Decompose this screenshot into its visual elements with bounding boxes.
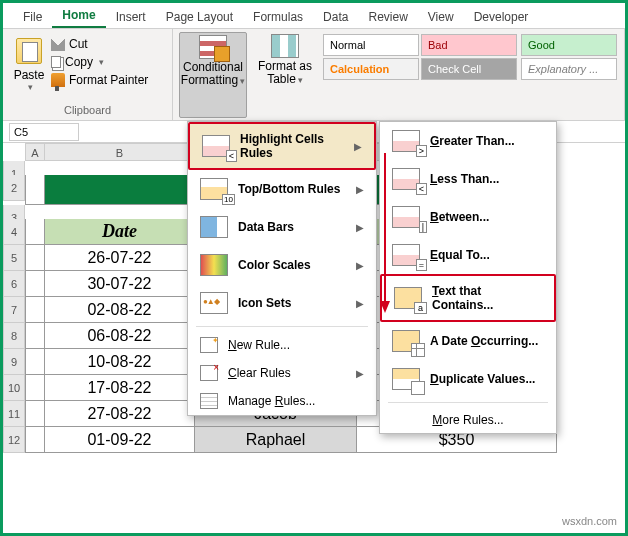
cell-A4[interactable] [25,219,45,245]
tab-home[interactable]: Home [52,4,105,28]
row-7[interactable]: 7 [3,297,25,323]
style-calculation[interactable]: Calculation [323,58,419,80]
tab-developer[interactable]: Developer [464,6,539,28]
cell-A2[interactable] [25,175,45,205]
name-box[interactable] [9,123,79,141]
submenu-more-rules[interactable]: More Rules... [380,407,556,433]
col-A[interactable]: A [25,143,45,161]
cell-B7[interactable]: 02-08-22 [45,297,195,323]
style-bad[interactable]: Bad [421,34,517,56]
header-date[interactable]: Date [45,219,195,245]
highlight-rules-icon [202,135,230,157]
submenu-between[interactable]: Between... [380,198,556,236]
menu-manage-rules[interactable]: Manage Rules... [188,387,376,415]
menu-data-bars[interactable]: Data Bars ▶ [188,208,376,246]
chevron-down-icon: ▾ [11,82,49,92]
row-10[interactable]: 10 [3,375,25,401]
menu-label: Color Scales [238,258,311,272]
cell-B9[interactable]: 10-08-22 [45,349,195,375]
conditional-formatting-button[interactable]: Conditional Formatting▾ [179,32,247,118]
paste-label: Paste [9,68,49,82]
cell-C12[interactable]: Raphael [195,427,357,453]
scissors-icon [51,37,65,51]
chevron-right-icon: ▶ [354,141,362,152]
chevron-right-icon: ▶ [356,222,364,233]
cf-label: Conditional Formatting [181,60,243,87]
format-painter-button[interactable]: Format Painter [49,72,150,88]
copy-label: Copy [65,55,93,69]
cell-B11[interactable]: 27-08-22 [45,401,195,427]
chevron-down-icon: ▾ [99,57,104,67]
cell-styles-gallery[interactable]: Normal Bad Calculation Check Cell [323,32,517,118]
style-good[interactable]: Good [521,34,617,56]
tab-review[interactable]: Review [358,6,417,28]
row-11[interactable]: 11 [3,401,25,427]
tab-page-layout[interactable]: Page Layout [156,6,243,28]
format-painter-label: Format Painter [69,73,148,87]
cell-A6[interactable] [25,271,45,297]
paste-icon [16,38,42,64]
row-9[interactable]: 9 [3,349,25,375]
greater-than-icon [392,130,420,152]
cell-A12[interactable] [25,427,45,453]
col-B[interactable]: B [45,143,195,161]
group-styles: Conditional Formatting▾ Format as Table▾… [173,29,625,120]
row-4[interactable]: 4 [3,219,25,245]
submenu-date-occurring[interactable]: A Date Occurring... [380,322,556,360]
copy-button[interactable]: Copy▾ [49,54,150,70]
chevron-right-icon: ▶ [356,184,364,195]
manage-rules-icon [200,393,218,409]
conditional-formatting-icon [199,35,227,59]
menu-top-bottom-rules[interactable]: Top/Bottom Rules ▶ [188,170,376,208]
cell-A11[interactable] [25,401,45,427]
cell-B10[interactable]: 17-08-22 [45,375,195,401]
chevron-right-icon: ▶ [356,368,364,379]
tab-formulas[interactable]: Formulas [243,6,313,28]
paste-button[interactable]: Paste ▾ [9,32,49,104]
chevron-down-icon: ▾ [298,75,303,85]
tab-view[interactable]: View [418,6,464,28]
tab-insert[interactable]: Insert [106,6,156,28]
row-12[interactable]: 12 [3,427,25,453]
cell-B8[interactable]: 06-08-22 [45,323,195,349]
submenu-greater-than[interactable]: Greater Than... [380,122,556,160]
svg-marker-1 [380,301,390,313]
cell-B6[interactable]: 30-07-22 [45,271,195,297]
cut-button[interactable]: Cut [49,36,150,52]
tab-data[interactable]: Data [313,6,358,28]
menu-new-rule[interactable]: New Rule... [188,331,376,359]
submenu-less-than[interactable]: Less Than... [380,160,556,198]
cell-B5[interactable]: 26-07-22 [45,245,195,271]
cell-A8[interactable] [25,323,45,349]
row-8[interactable]: 8 [3,323,25,349]
style-explanatory[interactable]: Explanatory ... [521,58,617,80]
row-2[interactable]: 2 [3,175,25,201]
menu-clear-rules[interactable]: Clear Rules▶ [188,359,376,387]
color-scales-icon [200,254,228,276]
cell-A7[interactable] [25,297,45,323]
cell-A10[interactable] [25,375,45,401]
submenu-equal-to[interactable]: Equal To... [380,236,556,274]
cell-A5[interactable] [25,245,45,271]
style-normal[interactable]: Normal [323,34,419,56]
cell-styles-gallery-2[interactable]: Good Explanatory ... [521,32,617,118]
cell-A9[interactable] [25,349,45,375]
chevron-right-icon: ▶ [356,260,364,271]
row-5[interactable]: 5 [3,245,25,271]
copy-icon [51,56,61,68]
tab-file[interactable]: File [13,6,52,28]
format-as-table-button[interactable]: Format as Table▾ [251,32,319,118]
top-bottom-icon [200,178,228,200]
style-check-cell[interactable]: Check Cell [421,58,517,80]
menu-icon-sets[interactable]: Icon Sets ▶ [188,284,376,322]
row-6[interactable]: 6 [3,271,25,297]
less-than-icon [392,168,420,190]
submenu-duplicate-values[interactable]: Duplicate Values... [380,360,556,398]
group-clipboard: Paste ▾ Cut Copy▾ Format Painter Clipboa… [3,29,173,120]
format-as-table-icon [271,34,299,58]
submenu-text-contains[interactable]: Text that Contains... [380,274,556,322]
menu-label: Top/Bottom Rules [238,182,340,196]
cell-B12[interactable]: 01-09-22 [45,427,195,453]
menu-color-scales[interactable]: Color Scales ▶ [188,246,376,284]
menu-highlight-cells-rules[interactable]: Highlight Cells Rules ▶ [188,122,376,170]
